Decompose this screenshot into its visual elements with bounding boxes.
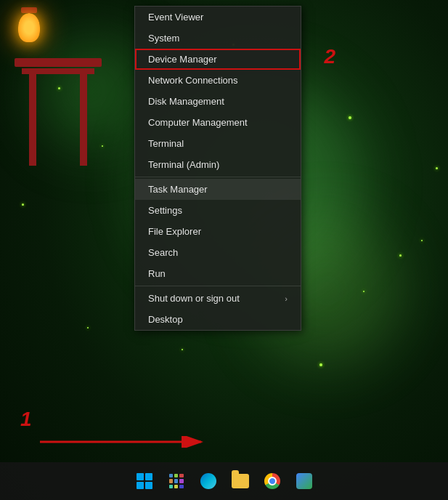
menu-item-device-manager[interactable]: Device Manager bbox=[135, 49, 301, 70]
menu-item-shut-down[interactable]: Shut down or sign out › bbox=[135, 288, 301, 309]
context-menu: Event Viewer System Device Manager Netwo… bbox=[134, 6, 301, 331]
menu-item-run[interactable]: Run bbox=[135, 263, 301, 284]
firefly bbox=[421, 240, 423, 241]
firefly bbox=[102, 145, 103, 147]
folder-icon bbox=[232, 474, 249, 488]
menu-item-file-explorer[interactable]: File Explorer bbox=[135, 221, 301, 242]
app-cell bbox=[174, 474, 178, 477]
menu-item-terminal[interactable]: Terminal bbox=[135, 133, 301, 154]
edge-icon bbox=[200, 473, 216, 489]
menu-item-event-viewer[interactable]: Event Viewer bbox=[135, 7, 301, 28]
step-2-label: 2 bbox=[324, 45, 335, 68]
torii-top-beam bbox=[15, 58, 102, 67]
menu-item-network-connections[interactable]: Network Connections bbox=[135, 70, 301, 91]
firefly bbox=[182, 349, 183, 350]
submenu-arrow-icon: › bbox=[285, 294, 288, 303]
taskbar-file-explorer-button[interactable] bbox=[226, 467, 255, 496]
lantern-body bbox=[18, 13, 40, 42]
chrome-icon bbox=[264, 473, 280, 489]
taskbar bbox=[0, 462, 448, 500]
windows-logo-icon bbox=[137, 473, 152, 489]
lantern-top bbox=[21, 7, 37, 13]
win-cell-1 bbox=[137, 473, 144, 480]
app-cell bbox=[174, 485, 178, 488]
app-cell bbox=[179, 474, 183, 477]
taskbar-chrome-button[interactable] bbox=[258, 467, 287, 496]
lantern bbox=[18, 7, 40, 42]
step-1-arrow bbox=[40, 436, 207, 451]
taskbar-edge-button[interactable] bbox=[194, 467, 223, 496]
win-cell-2 bbox=[145, 473, 152, 480]
app-cell bbox=[169, 485, 173, 488]
win-cell-4 bbox=[145, 482, 152, 489]
firefly bbox=[349, 116, 351, 119]
step-1-label: 1 bbox=[20, 408, 32, 431]
widgets-icon bbox=[169, 474, 184, 488]
menu-item-search[interactable]: Search bbox=[135, 242, 301, 263]
menu-item-settings[interactable]: Settings bbox=[135, 200, 301, 221]
app-cell bbox=[169, 479, 173, 483]
menu-item-disk-management[interactable]: Disk Management bbox=[135, 91, 301, 112]
taskbar-start-button[interactable] bbox=[130, 467, 159, 496]
app-cell bbox=[174, 479, 178, 483]
taskbar-widgets-button[interactable] bbox=[162, 467, 191, 496]
maps-icon bbox=[296, 473, 312, 489]
bg-glow-3 bbox=[36, 36, 145, 145]
torii-pillar-left bbox=[29, 71, 36, 166]
firefly bbox=[436, 167, 438, 169]
firefly bbox=[399, 254, 402, 257]
menu-item-system[interactable]: System bbox=[135, 28, 301, 49]
menu-item-computer-management[interactable]: Computer Management bbox=[135, 112, 301, 133]
menu-item-desktop[interactable]: Desktop bbox=[135, 309, 301, 330]
win-cell-3 bbox=[137, 482, 144, 489]
taskbar-maps-button[interactable] bbox=[290, 467, 319, 496]
menu-item-terminal-admin[interactable]: Terminal (Admin) bbox=[135, 154, 301, 175]
firefly bbox=[58, 87, 60, 89]
torii-pillar-right bbox=[80, 71, 87, 166]
app-cell bbox=[169, 474, 173, 477]
menu-item-task-manager[interactable]: Task Manager bbox=[135, 179, 301, 200]
menu-separator-1 bbox=[135, 177, 301, 177]
menu-separator-2 bbox=[135, 286, 301, 286]
firefly bbox=[87, 327, 89, 328]
app-cell bbox=[179, 479, 183, 483]
firefly bbox=[319, 363, 322, 366]
firefly bbox=[363, 291, 364, 292]
app-cell bbox=[179, 485, 183, 488]
firefly bbox=[22, 203, 24, 206]
